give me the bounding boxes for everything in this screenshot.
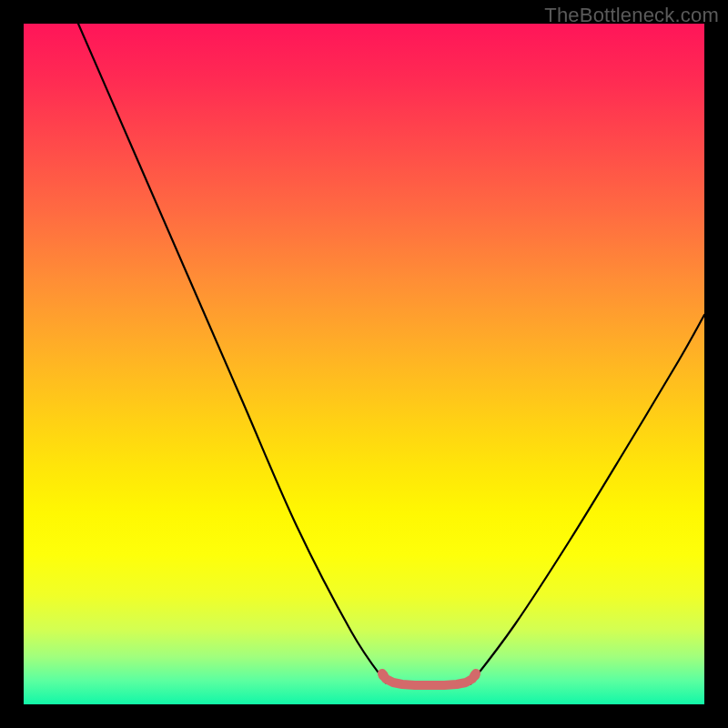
chart-stage: TheBottleneck.com: [0, 0, 728, 728]
optimum-endpoint-right-icon: [470, 671, 480, 681]
optimum-flat-segment: [382, 673, 476, 685]
bottleneck-curve: [78, 24, 704, 683]
optimum-endpoint-left-icon: [379, 671, 389, 681]
chart-svg: [24, 24, 704, 704]
plot-area: [24, 24, 704, 704]
